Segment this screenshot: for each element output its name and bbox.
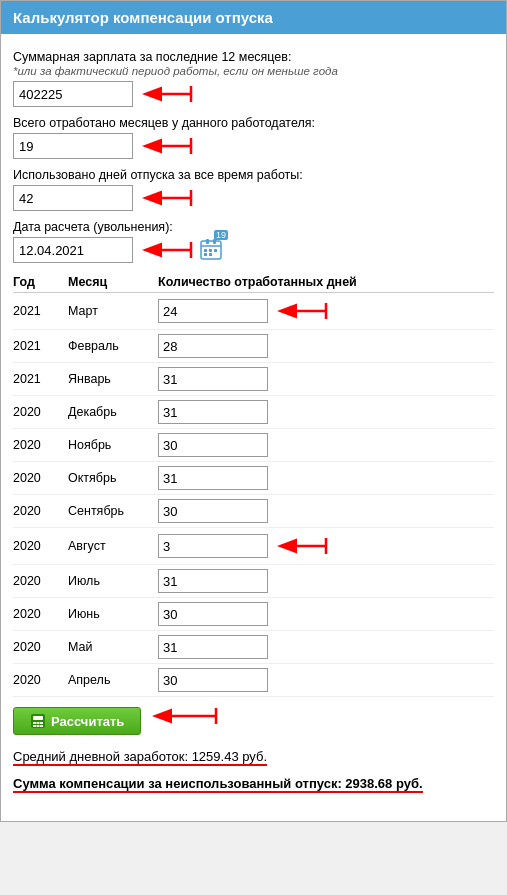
date-arrow-icon — [139, 236, 194, 264]
row-days-cell — [158, 297, 494, 325]
row-days-cell — [158, 367, 494, 391]
row-days-cell — [158, 569, 494, 593]
vacation-arrow-icon — [139, 184, 194, 212]
row-days-cell — [158, 334, 494, 358]
calculator-icon — [30, 713, 46, 729]
table-row: 2020 Май — [13, 631, 494, 664]
table-row: 2020 Август — [13, 528, 494, 565]
svg-rect-15 — [204, 253, 207, 256]
days-input[interactable] — [158, 433, 268, 457]
days-input[interactable] — [158, 367, 268, 391]
row-month: Декабрь — [68, 405, 158, 419]
row-year: 2020 — [13, 539, 68, 553]
row-year: 2021 — [13, 304, 68, 318]
col-month-header: Месяц — [68, 275, 158, 289]
row-month: Апрель — [68, 673, 158, 687]
table-row: 2021 Февраль — [13, 330, 494, 363]
row-month: Июнь — [68, 607, 158, 621]
row-days-cell — [158, 499, 494, 523]
svg-rect-23 — [33, 722, 36, 724]
days-input[interactable] — [158, 299, 268, 323]
days-input[interactable] — [158, 569, 268, 593]
salary-input[interactable] — [13, 81, 133, 107]
calculator-body: Суммарная зарплата за последние 12 месяц… — [1, 34, 506, 811]
row-year: 2020 — [13, 504, 68, 518]
row-days-cell — [158, 668, 494, 692]
row-month: Май — [68, 640, 158, 654]
svg-rect-14 — [214, 249, 217, 252]
row-month: Февраль — [68, 339, 158, 353]
button-row: Рассчитать — [13, 697, 494, 735]
days-input[interactable] — [158, 400, 268, 424]
days-input[interactable] — [158, 602, 268, 626]
calculate-button[interactable]: Рассчитать — [13, 707, 141, 735]
table-row: 2020 Июнь — [13, 598, 494, 631]
days-input[interactable] — [158, 534, 268, 558]
months-input[interactable] — [13, 133, 133, 159]
svg-rect-13 — [209, 249, 212, 252]
row-year: 2020 — [13, 640, 68, 654]
row-days-cell — [158, 466, 494, 490]
salary-input-row — [13, 80, 494, 108]
days-input[interactable] — [158, 668, 268, 692]
svg-rect-27 — [37, 725, 40, 727]
svg-rect-10 — [206, 239, 209, 244]
row-year: 2020 — [13, 438, 68, 452]
table-row: 2020 Декабрь — [13, 396, 494, 429]
row-year: 2020 — [13, 574, 68, 588]
salary-label: Суммарная зарплата за последние 12 месяц… — [13, 50, 494, 78]
row-month: Июль — [68, 574, 158, 588]
date-input[interactable] — [13, 237, 133, 263]
calculate-button-label: Рассчитать — [51, 714, 124, 729]
days-input[interactable] — [158, 466, 268, 490]
calculate-arrow-icon — [149, 702, 219, 730]
col-year-header: Год — [13, 275, 68, 289]
table-row: 2020 Июль — [13, 565, 494, 598]
svg-rect-22 — [33, 716, 43, 720]
row-days-cell — [158, 532, 494, 560]
daily-result-line: Средний дневной заработок: 1259.43 руб. — [13, 749, 494, 768]
table-row: 2020 Октябрь — [13, 462, 494, 495]
months-arrow-icon — [139, 132, 194, 160]
row-year: 2020 — [13, 471, 68, 485]
salary-arrow-icon — [139, 80, 194, 108]
row-arrow-icon — [274, 532, 329, 560]
row-month: Октябрь — [68, 471, 158, 485]
days-input[interactable] — [158, 334, 268, 358]
row-days-cell — [158, 635, 494, 659]
svg-rect-16 — [209, 253, 212, 256]
row-days-cell — [158, 400, 494, 424]
days-input[interactable] — [158, 499, 268, 523]
vacation-input[interactable] — [13, 185, 133, 211]
row-month: Январь — [68, 372, 158, 386]
daily-result-text: Средний дневной заработок: 1259.43 руб. — [13, 749, 267, 766]
col-days-header: Количество отработанных дней — [158, 275, 494, 289]
row-year: 2020 — [13, 607, 68, 621]
days-table: Год Месяц Количество отработанных дней 2… — [13, 272, 494, 697]
compensation-result-line: Сумма компенсации за неиспользованный от… — [13, 776, 494, 795]
row-month: Ноябрь — [68, 438, 158, 452]
vacation-label: Использовано дней отпуска за все время р… — [13, 168, 494, 182]
months-input-row — [13, 132, 494, 160]
row-days-cell — [158, 433, 494, 457]
table-row: 2020 Сентябрь — [13, 495, 494, 528]
months-label: Всего отработано месяцев у данного работ… — [13, 116, 494, 130]
row-month: Август — [68, 539, 158, 553]
table-row: 2021 Январь — [13, 363, 494, 396]
compensation-result-text: Сумма компенсации за неиспользованный от… — [13, 776, 423, 793]
table-row: 2021 Март — [13, 293, 494, 330]
calculator-container: Калькулятор компенсации отпуска Суммарна… — [0, 0, 507, 822]
svg-rect-25 — [40, 722, 43, 724]
svg-rect-26 — [33, 725, 36, 727]
svg-rect-28 — [40, 725, 43, 727]
row-year: 2020 — [13, 673, 68, 687]
calendar-icon[interactable]: 19 — [200, 238, 222, 263]
table-row: 2020 Апрель — [13, 664, 494, 697]
date-input-row: 19 — [13, 236, 494, 264]
results-section: Средний дневной заработок: 1259.43 руб. … — [13, 749, 494, 795]
svg-rect-24 — [37, 722, 40, 724]
days-input[interactable] — [158, 635, 268, 659]
row-year: 2021 — [13, 372, 68, 386]
date-label: Дата расчета (увольнения): — [13, 220, 494, 234]
row-arrow-icon — [274, 297, 329, 325]
